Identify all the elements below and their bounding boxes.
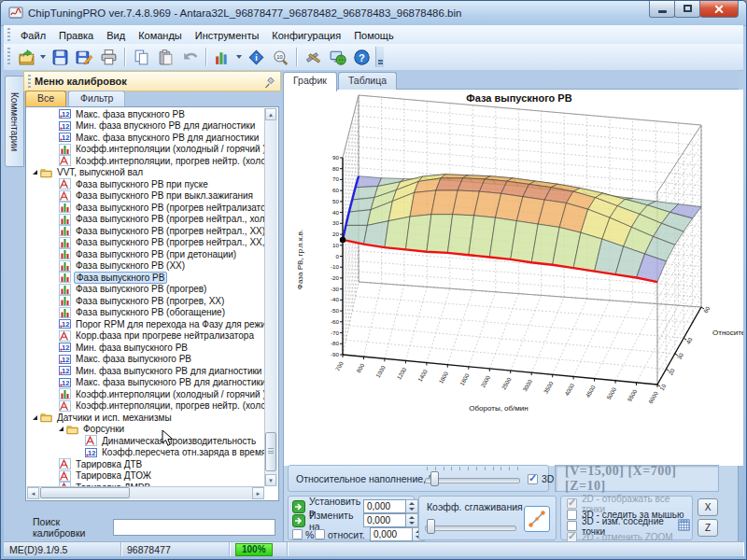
tree-item-label[interactable]: Мин. фаза выпускного РВ (74, 343, 190, 353)
tree-item[interactable]: 12Мин. фаза выпускного РВ (27, 342, 264, 354)
help-button[interactable]: ? (350, 46, 373, 68)
tree-item[interactable]: 12Порог RPM для перехода на Фазу для реж… (27, 318, 264, 330)
tree-item-label[interactable]: Фаза выпускного РВ при выкл.зажигания (74, 190, 255, 201)
tree-item-label[interactable]: Тарировка ДТОЖ (74, 470, 153, 481)
tree-item[interactable]: 12Макс. фаза выпускного РВ для диагности… (27, 377, 264, 389)
tree-item-label[interactable]: Макс. фаза выпускного РВ (74, 354, 193, 364)
tree-folder[interactable]: Форсунки (27, 424, 264, 436)
tree-item-label[interactable]: Фаза выпускного РВ (прогрев нейтрализато… (74, 203, 264, 213)
tree-item-label[interactable]: Фаза выпускного РВ при пуске (74, 179, 210, 189)
tree-item-label[interactable]: Коэфф.интерполяции (холодный / горячий ) (74, 144, 264, 154)
tree-hscroll-thumb[interactable] (40, 487, 130, 498)
comments-side-tab[interactable]: Комментарии (5, 76, 24, 167)
expand-triangle-icon[interactable] (33, 170, 37, 175)
tree-item[interactable]: 12Коэфф.пересчета отн.заряда в время впр… (27, 447, 264, 459)
expand-triangle-icon[interactable] (59, 427, 63, 431)
tree-item-label[interactable]: Форсунки (81, 424, 126, 434)
tree-item[interactable]: Фаза выпускного РВ (при детонации) (27, 248, 264, 260)
scroll-down-arrow[interactable]: ▼ (265, 474, 276, 486)
expand-triangle-icon[interactable] (33, 415, 37, 420)
tree-item[interactable]: Коэфф.интерполяции (холодный / горячий ) (27, 388, 264, 400)
scroll-left-arrow[interactable]: ◄ (27, 487, 39, 499)
tab-график[interactable]: График (283, 72, 337, 91)
tree-vertical-scrollbar[interactable]: ▲ ▼ (264, 108, 277, 486)
tree-item[interactable]: 12Макс. фаза выпускного РВ (27, 354, 264, 366)
menu-инструменты[interactable]: Инструменты (189, 27, 266, 44)
tree-item-label[interactable]: Датчики и исп. механизмы (55, 413, 174, 423)
tree-item-label[interactable]: Коэфф.интерполяции, прогрев нейтр. (холо… (74, 400, 264, 411)
tree-item[interactable]: Фаза выпускного РВ (прогрев нейтрал., ХХ… (27, 237, 264, 249)
tree-item[interactable]: Фаза выпускного РВ (обогащение) (27, 307, 264, 319)
tree-item[interactable]: Фаза выпускного РВ (прогрев нейтрал., хо… (27, 214, 264, 226)
set-to-spinner[interactable]: 0,000 (363, 499, 418, 513)
apply-change-icon[interactable] (292, 514, 305, 527)
tree-item-label[interactable]: Фаза выпускного РВ (при детонации) (74, 249, 238, 259)
tree-item[interactable]: Фаза выпускного РВ (прогрев) (27, 284, 264, 296)
smoothing-slider-thumb[interactable] (427, 519, 435, 534)
scroll-right-arrow[interactable]: ► (252, 487, 264, 499)
smoothing-slider[interactable] (425, 518, 516, 535)
tree-item-label[interactable]: Фаза выпускного РВ (прогрев нейтрал., ХХ… (74, 226, 264, 236)
tree-item-label[interactable]: VVT, выпускной вал (55, 167, 145, 177)
tree-item-label[interactable]: Коэфф.интерполяции, прогрев нейтр. (холо… (74, 156, 264, 166)
tools-button[interactable] (302, 46, 324, 68)
network-button[interactable] (326, 46, 348, 68)
tree-item[interactable]: Тарировка ДТВ (27, 458, 264, 470)
menu-файл[interactable]: Файл (14, 27, 52, 44)
copy-button[interactable] (130, 46, 152, 68)
close-button[interactable] (699, 1, 739, 18)
tree-item[interactable]: Коэфф.интерполяции (холодный / горячий ) (27, 144, 264, 156)
fill-slider-thumb[interactable] (430, 471, 439, 486)
menu-помощь[interactable]: Помощь (347, 27, 401, 44)
tree-item-label[interactable]: Макс. фаза впускного РВ для диагностики (74, 133, 261, 143)
relative-checkbox[interactable] (315, 529, 325, 539)
menu-вид[interactable]: Вид (100, 27, 132, 44)
tab-таблица[interactable]: Таблица (338, 72, 397, 90)
grid-icon[interactable] (673, 518, 690, 535)
tree-item-label[interactable]: Мин. фаза впускного РВ для диагностики (74, 120, 257, 131)
tree-item-label[interactable]: Фаза выпускного РВ (прогрев, ХХ) (74, 296, 226, 306)
tree-item-label[interactable]: Макс. фаза выпускного РВ для диагностики (74, 377, 264, 387)
tree-item-label[interactable]: Коэфф.пересчета отн.заряда в время впрыс… (100, 447, 264, 457)
tree-folder[interactable]: VVT, выпускной вал (27, 167, 264, 179)
tree-item[interactable]: Коэфф.интерполяции, прогрев нейтр. (холо… (27, 155, 264, 167)
tree-item-label[interactable]: Динамическая производительность (100, 436, 258, 446)
menu-команды[interactable]: Команды (132, 27, 189, 44)
minimize-button[interactable] (649, 1, 675, 18)
tree-horizontal-scrollbar[interactable]: ◄ ► (27, 486, 264, 499)
edit-curve-button[interactable] (524, 506, 550, 532)
tree-item[interactable]: Фаза выпускного РВ (прогрев, ХХ) (27, 295, 264, 307)
tab-все[interactable]: Все (25, 91, 66, 106)
compare-button[interactable] (211, 46, 233, 68)
save-button[interactable] (49, 46, 71, 68)
tree-item-label[interactable]: Фаза выпускного РВ (прогрев) (74, 284, 208, 294)
tree-item[interactable]: 12Мин. фаза выпускного РВ для диагностик… (27, 365, 264, 377)
tree-item[interactable]: Динамическая производительность (27, 435, 264, 447)
undo-button[interactable] (178, 46, 201, 68)
toolbar-overflow-button[interactable] (375, 47, 384, 67)
tree-item[interactable]: Коэфф.интерполяции, прогрев нейтр. (холо… (27, 400, 264, 413)
info-button[interactable]: i (245, 46, 267, 68)
open-button[interactable] (15, 46, 37, 68)
tree-item[interactable]: Корр.фаза при прогреве нейтрализатора (27, 330, 264, 343)
save-as-button[interactable] (73, 46, 95, 68)
tree-item-label[interactable]: Фаза выпускного РВ (ХХ) (74, 260, 187, 271)
maximize-button[interactable] (674, 1, 700, 18)
pin-icon[interactable] (264, 76, 275, 87)
compare-dropdown-arrow[interactable] (236, 55, 242, 59)
tree-item[interactable]: Фаза выпускного РВ при пуске (27, 178, 264, 190)
tree-item[interactable]: Фаза выпускного РВ (ХХ) (27, 260, 264, 273)
tree-item[interactable]: Фаза выпускного РВ (прогрев нейтрализато… (27, 202, 264, 214)
x-axis-button[interactable]: X (698, 498, 718, 516)
option-checkbox[interactable] (567, 510, 577, 520)
apply-set-icon[interactable] (292, 500, 305, 513)
search-input[interactable] (113, 519, 275, 536)
tab-фильтр[interactable]: Фильтр (68, 91, 125, 106)
tree-item-label[interactable]: Тарировка ДТВ (74, 459, 144, 469)
tree-item[interactable]: 12Макс. фаза впускного РВ (27, 108, 264, 120)
fill-slider[interactable] (425, 470, 520, 487)
tree-item-label[interactable]: Фаза выпускного РВ (обогащение) (74, 307, 227, 317)
surface-chart[interactable]: -90-80-70-60-50-40-30-20-100102030405060… (284, 90, 743, 466)
tree-item-label[interactable]: Порог RPM для перехода на Фазу для режим… (74, 319, 264, 329)
tree-item[interactable]: 12Макс. фаза впускного РВ для диагностик… (27, 132, 264, 144)
